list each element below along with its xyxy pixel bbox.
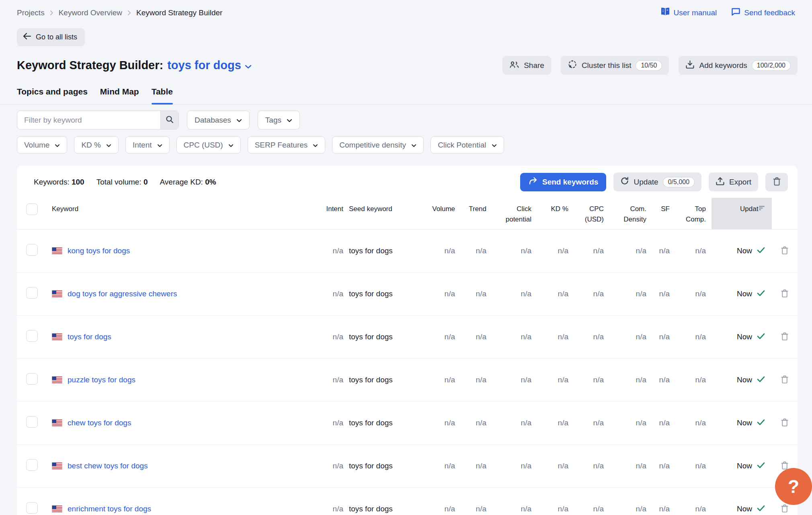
- filter-pills-row: Volume KD % Intent CPC (USD) SERP Featur…: [17, 136, 812, 154]
- kd-filter-dropdown[interactable]: KD %: [74, 136, 119, 154]
- seed-keyword-cell: toys for dogs: [349, 244, 417, 257]
- column-header-seed-keyword[interactable]: Seed keyword: [349, 198, 417, 229]
- summary-stats: Keywords: 100 Total volume: 0 Average KD…: [27, 178, 216, 187]
- search-button[interactable]: [160, 111, 178, 129]
- databases-dropdown[interactable]: Databases: [187, 111, 250, 129]
- send-keywords-button[interactable]: Send keywords: [520, 173, 606, 191]
- keyword-link[interactable]: enrichment toys for dogs: [68, 505, 151, 513]
- export-button[interactable]: Export: [709, 172, 758, 191]
- sf-cell: n/a: [652, 332, 675, 341]
- update-button[interactable]: Update 0/5,000: [613, 172, 701, 191]
- row-checkbox[interactable]: [26, 244, 38, 256]
- delete-row-button[interactable]: [780, 504, 789, 515]
- help-button[interactable]: ?: [775, 468, 812, 505]
- keyword-link[interactable]: dog toys for aggressive chewers: [68, 289, 177, 298]
- cpc-cell: n/a: [574, 246, 609, 255]
- list-name-dropdown[interactable]: toys for dogs: [167, 59, 252, 72]
- top-comp-cell: n/a: [675, 462, 712, 470]
- top-bar: Projects Keyword Overview Keyword Strate…: [0, 0, 812, 18]
- tab-table[interactable]: Table: [152, 87, 173, 104]
- keyword-link[interactable]: puzzle toys for dogs: [68, 375, 135, 384]
- tab-topics-and-pages[interactable]: Topics and pages: [17, 87, 88, 104]
- breadcrumb-projects[interactable]: Projects: [17, 8, 45, 17]
- export-up-icon: [716, 176, 725, 188]
- updated-value: Now: [737, 332, 752, 341]
- delete-list-button[interactable]: [765, 173, 788, 191]
- click-potential-cell: n/a: [492, 289, 537, 298]
- delete-row-button[interactable]: [780, 289, 789, 300]
- keyword-filter-input[interactable]: [17, 111, 160, 129]
- check-icon: [757, 246, 765, 256]
- trash-icon: [780, 246, 789, 256]
- row-checkbox[interactable]: [26, 502, 38, 514]
- row-checkbox[interactable]: [26, 287, 38, 299]
- keyword-link[interactable]: kong toys for dogs: [68, 246, 130, 255]
- keyword-link[interactable]: best chew toys for dogs: [68, 462, 148, 470]
- intent-cell: n/a: [320, 332, 349, 341]
- cpc-cell: n/a: [574, 462, 609, 470]
- breadcrumb-current: Keyword Strategy Builder: [136, 8, 222, 17]
- column-header-com-density[interactable]: Com. Density: [609, 198, 652, 229]
- column-header-updated[interactable]: Updated: [712, 198, 772, 229]
- seed-keyword-cell: toys for dogs: [349, 502, 417, 515]
- column-header-sf[interactable]: SF: [652, 198, 675, 229]
- export-label: Export: [729, 178, 751, 187]
- list-name-label: toys for dogs: [167, 59, 241, 72]
- trend-cell: n/a: [461, 289, 492, 298]
- top-comp-cell: n/a: [675, 332, 712, 341]
- trend-cell: n/a: [461, 462, 492, 470]
- column-header-top-comp[interactable]: Top Comp.: [675, 198, 712, 229]
- send-keywords-label: Send keywords: [542, 178, 598, 187]
- delete-row-button[interactable]: [780, 332, 789, 343]
- keyword-link[interactable]: chew toys for dogs: [68, 419, 131, 427]
- column-header-kd[interactable]: KD %: [537, 198, 574, 229]
- row-checkbox[interactable]: [26, 330, 38, 342]
- row-checkbox[interactable]: [26, 459, 38, 471]
- competitive-density-filter-dropdown[interactable]: Competitive density: [332, 136, 424, 154]
- add-keywords-button[interactable]: Add keywords 100/2,000: [679, 56, 798, 75]
- cpc-filter-dropdown[interactable]: CPC (USD): [176, 136, 241, 154]
- serp-features-filter-dropdown[interactable]: SERP Features: [248, 136, 326, 154]
- com-density-cell: n/a: [609, 332, 652, 341]
- delete-row-button[interactable]: [780, 375, 789, 386]
- select-all-checkbox[interactable]: [26, 203, 38, 215]
- column-header-intent[interactable]: Intent: [320, 198, 349, 229]
- keywords-count-value: 100: [72, 178, 84, 186]
- row-checkbox[interactable]: [26, 373, 38, 385]
- update-count-badge: 0/5,000: [663, 177, 695, 187]
- click-potential-filter-label: Click Potential: [438, 141, 486, 150]
- column-header-click-potential[interactable]: Click potential: [492, 198, 537, 229]
- breadcrumb-keyword-overview[interactable]: Keyword Overview: [59, 8, 122, 17]
- column-header-volume[interactable]: Volume: [417, 198, 461, 229]
- intent-filter-dropdown[interactable]: Intent: [125, 136, 170, 154]
- check-icon: [757, 332, 765, 342]
- tags-dropdown[interactable]: Tags: [258, 111, 300, 129]
- add-keywords-label: Add keywords: [699, 61, 747, 70]
- share-button[interactable]: Share: [502, 56, 551, 75]
- column-header-trend[interactable]: Trend: [461, 198, 492, 229]
- kd-filter-label: KD %: [81, 141, 101, 150]
- user-manual-link[interactable]: User manual: [660, 7, 717, 18]
- volume-cell: n/a: [417, 289, 461, 298]
- updated-value: Now: [737, 419, 752, 427]
- chevron-right-icon: [127, 10, 131, 16]
- chevron-down-icon: [492, 141, 497, 150]
- send-feedback-link[interactable]: Send feedback: [731, 7, 795, 18]
- trash-icon: [780, 289, 789, 300]
- row-checkbox[interactable]: [26, 416, 38, 428]
- us-flag-icon: [52, 462, 62, 470]
- cluster-this-list-button[interactable]: Cluster this list 10/50: [561, 56, 669, 75]
- delete-row-button[interactable]: [780, 246, 789, 256]
- go-to-all-lists-button[interactable]: Go to all lists: [17, 28, 85, 46]
- click-potential-filter-dropdown[interactable]: Click Potential: [431, 136, 504, 154]
- column-header-cpc[interactable]: CPC (USD): [574, 198, 609, 229]
- trash-icon: [780, 332, 789, 343]
- com-density-cell: n/a: [609, 246, 652, 255]
- top-comp-cell: n/a: [675, 246, 712, 255]
- us-flag-icon: [52, 419, 62, 427]
- column-header-keyword[interactable]: Keyword: [43, 198, 320, 229]
- tab-mind-map[interactable]: Mind Map: [100, 87, 139, 104]
- delete-row-button[interactable]: [780, 418, 789, 429]
- volume-filter-dropdown[interactable]: Volume: [17, 136, 67, 154]
- keyword-link[interactable]: toys for dogs: [68, 332, 111, 341]
